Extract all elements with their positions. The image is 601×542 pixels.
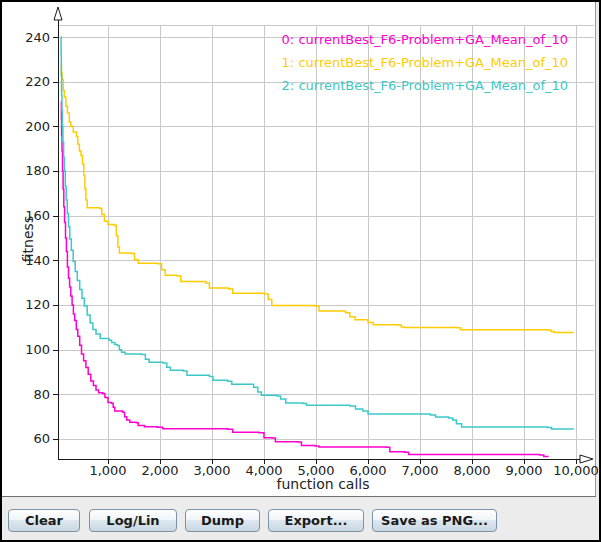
legend-item: 0: currentBest_F6-Problem+GA_Mean_of_10 (282, 28, 568, 51)
legend-item: 2: currentBest_F6-Problem+GA_Mean_of_10 (282, 74, 568, 97)
y-tick-label: 60 (33, 431, 50, 446)
save-as-png-button[interactable]: Save as PNG... (372, 509, 497, 532)
y-tick-label: 220 (25, 74, 50, 89)
export-button[interactable]: Export... (268, 509, 364, 532)
y-axis-title: fitness (20, 216, 36, 262)
dump-button[interactable]: Dump (185, 509, 260, 532)
x-axis-title: function calls (56, 476, 590, 492)
y-tick-label: 100 (25, 342, 50, 357)
chart-legend: 0: currentBest_F6-Problem+GA_Mean_of_101… (282, 28, 568, 97)
plot-window-content: 60801001201401601802002202401,0002,0003,… (2, 2, 599, 540)
log-lin-button[interactable]: Log/Lin (89, 509, 177, 532)
button-toolbar: Clear Log/Lin Dump Export... Save as PNG… (2, 497, 599, 540)
y-tick-label: 200 (25, 119, 50, 134)
legend-item: 1: currentBest_F6-Problem+GA_Mean_of_10 (282, 51, 568, 74)
y-tick-label: 180 (25, 163, 50, 178)
y-tick-label: 240 (25, 30, 50, 45)
clear-button[interactable]: Clear (8, 509, 80, 532)
plot-window: 60801001201401601802002202401,0002,0003,… (0, 0, 601, 542)
y-tick-label: 120 (25, 297, 50, 312)
y-tick-label: 80 (33, 387, 50, 402)
